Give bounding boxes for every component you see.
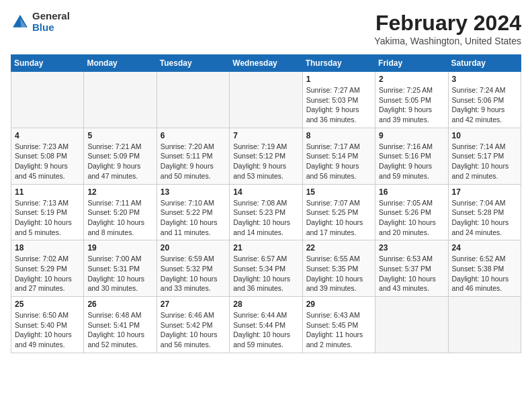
day-info: Sunrise: 6:53 AMSunset: 5:37 PMDaylight:… [379, 254, 444, 293]
month-title: February 2024 [374, 11, 521, 36]
calendar-cell: 12Sunrise: 7:11 AMSunset: 5:20 PMDayligh… [84, 184, 157, 240]
calendar-cell [157, 72, 229, 128]
day-number: 11 [15, 187, 80, 197]
calendar-cell: 21Sunrise: 6:57 AMSunset: 5:34 PMDayligh… [230, 240, 302, 297]
calendar-cell [375, 297, 448, 353]
day-number: 27 [161, 300, 226, 309]
calendar-cell: 13Sunrise: 7:10 AMSunset: 5:22 PMDayligh… [157, 184, 229, 240]
weekday-header-friday: Friday [375, 55, 448, 72]
calendar-cell: 16Sunrise: 7:05 AMSunset: 5:26 PMDayligh… [375, 184, 448, 240]
calendar-cell [448, 297, 521, 353]
calendar-cell: 3Sunrise: 7:24 AMSunset: 5:06 PMDaylight… [448, 72, 521, 128]
day-info: Sunrise: 6:43 AMSunset: 5:45 PMDaylight:… [306, 310, 371, 350]
day-number: 17 [452, 187, 517, 197]
day-info: Sunrise: 7:23 AMSunset: 5:08 PMDaylight:… [15, 142, 80, 181]
page-header: General Blue February 2024 Yakima, Washi… [11, 11, 521, 46]
calendar-cell: 4Sunrise: 7:23 AMSunset: 5:08 PMDaylight… [11, 128, 84, 184]
day-info: Sunrise: 6:55 AMSunset: 5:35 PMDaylight:… [306, 254, 371, 293]
calendar-cell: 8Sunrise: 7:17 AMSunset: 5:14 PMDaylight… [302, 128, 375, 184]
day-number: 22 [306, 243, 371, 253]
logo-icon [11, 13, 30, 32]
day-info: Sunrise: 7:17 AMSunset: 5:14 PMDaylight:… [306, 142, 371, 181]
day-info: Sunrise: 6:48 AMSunset: 5:41 PMDaylight:… [87, 310, 152, 350]
calendar-cell: 27Sunrise: 6:46 AMSunset: 5:42 PMDayligh… [157, 297, 229, 353]
calendar-cell: 26Sunrise: 6:48 AMSunset: 5:41 PMDayligh… [84, 297, 157, 353]
day-number: 16 [379, 187, 444, 197]
weekday-header-row: SundayMondayTuesdayWednesdayThursdayFrid… [11, 55, 521, 72]
calendar-cell: 28Sunrise: 6:44 AMSunset: 5:44 PMDayligh… [230, 297, 302, 353]
day-number: 12 [87, 187, 152, 197]
day-number: 2 [379, 75, 444, 84]
day-number: 24 [452, 243, 517, 253]
day-number: 26 [87, 300, 152, 309]
calendar-cell: 19Sunrise: 7:00 AMSunset: 5:31 PMDayligh… [84, 240, 157, 297]
calendar-cell: 25Sunrise: 6:50 AMSunset: 5:40 PMDayligh… [11, 297, 84, 353]
calendar-cell: 11Sunrise: 7:13 AMSunset: 5:19 PMDayligh… [11, 184, 84, 240]
day-info: Sunrise: 7:00 AMSunset: 5:31 PMDaylight:… [87, 254, 152, 293]
svg-marker-0 [13, 15, 28, 28]
day-number: 5 [87, 131, 152, 140]
weekday-header-tuesday: Tuesday [157, 55, 229, 72]
calendar-cell: 10Sunrise: 7:14 AMSunset: 5:17 PMDayligh… [448, 128, 521, 184]
day-info: Sunrise: 6:50 AMSunset: 5:40 PMDaylight:… [15, 310, 80, 350]
calendar-cell: 6Sunrise: 7:20 AMSunset: 5:11 PMDaylight… [157, 128, 229, 184]
day-info: Sunrise: 7:20 AMSunset: 5:11 PMDaylight:… [161, 142, 226, 181]
calendar-cell: 15Sunrise: 7:07 AMSunset: 5:25 PMDayligh… [302, 184, 375, 240]
calendar-cell: 24Sunrise: 6:52 AMSunset: 5:38 PMDayligh… [448, 240, 521, 297]
logo-general: General [32, 11, 70, 22]
day-number: 1 [306, 75, 371, 84]
day-info: Sunrise: 7:19 AMSunset: 5:12 PMDaylight:… [233, 142, 298, 181]
week-row-3: 11Sunrise: 7:13 AMSunset: 5:19 PMDayligh… [11, 184, 521, 240]
weekday-header-saturday: Saturday [448, 55, 521, 72]
weekday-header-monday: Monday [84, 55, 157, 72]
calendar-cell: 23Sunrise: 6:53 AMSunset: 5:37 PMDayligh… [375, 240, 448, 297]
title-block: February 2024 Yakima, Washington, United… [374, 11, 521, 46]
calendar-cell: 22Sunrise: 6:55 AMSunset: 5:35 PMDayligh… [302, 240, 375, 297]
calendar-cell: 20Sunrise: 6:59 AMSunset: 5:32 PMDayligh… [157, 240, 229, 297]
calendar-cell [11, 72, 84, 128]
weekday-header-wednesday: Wednesday [230, 55, 302, 72]
day-number: 23 [379, 243, 444, 253]
day-number: 4 [15, 131, 80, 140]
day-info: Sunrise: 7:21 AMSunset: 5:09 PMDaylight:… [87, 142, 152, 181]
calendar-cell: 17Sunrise: 7:04 AMSunset: 5:28 PMDayligh… [448, 184, 521, 240]
day-number: 28 [233, 300, 298, 309]
day-info: Sunrise: 7:13 AMSunset: 5:19 PMDaylight:… [15, 198, 80, 238]
week-row-5: 25Sunrise: 6:50 AMSunset: 5:40 PMDayligh… [11, 297, 521, 353]
day-info: Sunrise: 7:04 AMSunset: 5:28 PMDaylight:… [452, 198, 517, 238]
calendar-cell [230, 72, 302, 128]
location-title: Yakima, Washington, United States [374, 36, 521, 46]
logo: General Blue [11, 11, 70, 33]
day-number: 7 [233, 131, 298, 140]
day-number: 18 [15, 243, 80, 253]
calendar-cell: 9Sunrise: 7:16 AMSunset: 5:16 PMDaylight… [375, 128, 448, 184]
day-info: Sunrise: 7:16 AMSunset: 5:16 PMDaylight:… [379, 142, 444, 181]
day-info: Sunrise: 7:05 AMSunset: 5:26 PMDaylight:… [379, 198, 444, 238]
day-number: 10 [452, 131, 517, 140]
week-row-4: 18Sunrise: 7:02 AMSunset: 5:29 PMDayligh… [11, 240, 521, 297]
day-number: 21 [233, 243, 298, 253]
day-info: Sunrise: 7:24 AMSunset: 5:06 PMDaylight:… [452, 85, 517, 125]
calendar-cell: 29Sunrise: 6:43 AMSunset: 5:45 PMDayligh… [302, 297, 375, 353]
day-number: 29 [306, 300, 371, 309]
calendar-cell [84, 72, 157, 128]
day-number: 3 [452, 75, 517, 84]
day-number: 6 [161, 131, 226, 140]
day-info: Sunrise: 7:08 AMSunset: 5:23 PMDaylight:… [233, 198, 298, 238]
day-info: Sunrise: 7:14 AMSunset: 5:17 PMDaylight:… [452, 142, 517, 181]
day-number: 20 [161, 243, 226, 253]
day-info: Sunrise: 6:59 AMSunset: 5:32 PMDaylight:… [161, 254, 226, 293]
day-info: Sunrise: 6:44 AMSunset: 5:44 PMDaylight:… [233, 310, 298, 350]
day-number: 25 [15, 300, 80, 309]
day-number: 13 [161, 187, 226, 197]
calendar-cell: 2Sunrise: 7:25 AMSunset: 5:05 PMDaylight… [375, 72, 448, 128]
calendar-cell: 7Sunrise: 7:19 AMSunset: 5:12 PMDaylight… [230, 128, 302, 184]
weekday-header-thursday: Thursday [302, 55, 375, 72]
week-row-2: 4Sunrise: 7:23 AMSunset: 5:08 PMDaylight… [11, 128, 521, 184]
calendar-cell: 5Sunrise: 7:21 AMSunset: 5:09 PMDaylight… [84, 128, 157, 184]
day-number: 14 [233, 187, 298, 197]
day-info: Sunrise: 6:57 AMSunset: 5:34 PMDaylight:… [233, 254, 298, 293]
day-number: 8 [306, 131, 371, 140]
day-info: Sunrise: 7:07 AMSunset: 5:25 PMDaylight:… [306, 198, 371, 238]
weekday-header-sunday: Sunday [11, 55, 84, 72]
